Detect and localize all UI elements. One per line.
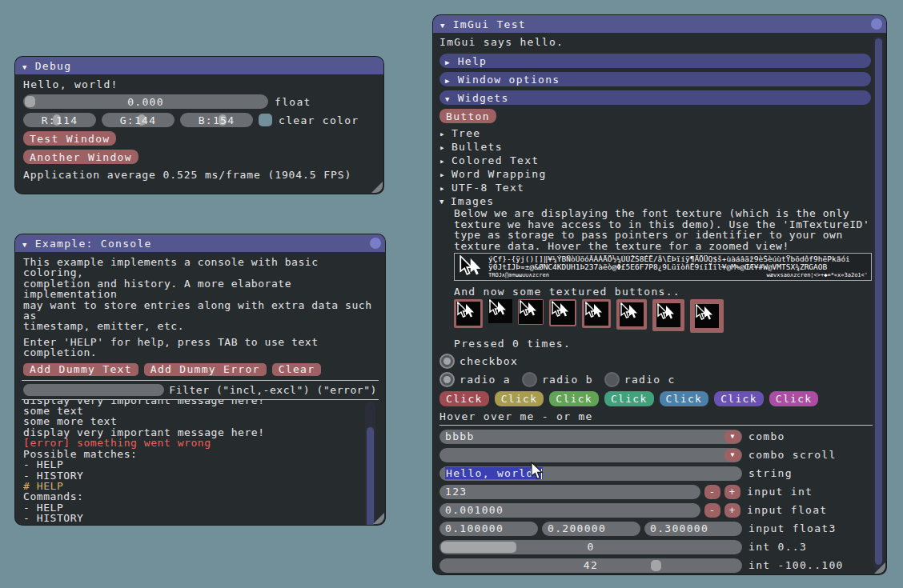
chevron-down-icon bbox=[445, 92, 451, 104]
header-label: Help bbox=[458, 55, 488, 67]
rgb-slider-b[interactable]: B:154 bbox=[180, 113, 253, 127]
console-titlebar[interactable]: Example: Console bbox=[15, 234, 385, 252]
float3-input-x[interactable]: 0.100000 bbox=[439, 522, 538, 536]
collapse-icon[interactable] bbox=[22, 60, 28, 72]
close-button[interactable] bbox=[871, 18, 882, 30]
log-scrollbar-thumb[interactable] bbox=[367, 427, 374, 526]
tree-node-tree[interactable]: Tree bbox=[439, 126, 870, 140]
font-texture-image[interactable]: ýÇf}-{ÿj()[]‖¥¼ÝBÑòÙõóÂÀÁÄÖ½¼ÙÚŽŠ8ÉË/å\È… bbox=[454, 253, 872, 281]
tree-node-bullets[interactable]: Bullets bbox=[439, 140, 870, 154]
click-button-4[interactable]: Click bbox=[660, 391, 709, 406]
chevron-right-icon bbox=[439, 141, 446, 153]
decrement-button[interactable]: - bbox=[704, 485, 720, 499]
checkbox[interactable] bbox=[439, 354, 455, 369]
tree-label: Colored Text bbox=[451, 154, 540, 166]
string-input-label: string bbox=[748, 467, 793, 479]
console-intro: This example implements a console with b… bbox=[23, 257, 377, 332]
test-titlebar[interactable]: ImGui Test bbox=[433, 15, 886, 33]
cursor-pair-icon bbox=[656, 303, 677, 322]
tree-node-utf-8-text[interactable]: UTF-8 Text bbox=[439, 181, 870, 194]
tree-node-colored-text[interactable]: Colored Text bbox=[439, 154, 870, 167]
chevron-down-icon bbox=[439, 198, 445, 206]
int-input[interactable]: 123 bbox=[439, 485, 700, 499]
cursor-pair-icon bbox=[551, 301, 572, 320]
collapse-icon[interactable] bbox=[22, 238, 28, 250]
log-line: Possible matches: bbox=[23, 449, 377, 459]
add-dummy-text-button[interactable]: Add Dummy Text bbox=[23, 363, 138, 376]
click-button-5[interactable]: Click bbox=[714, 391, 764, 406]
header-label: Window options bbox=[458, 74, 560, 86]
hover-label: Hover over me - or me bbox=[439, 411, 870, 422]
int-input-value: 123 bbox=[445, 486, 467, 498]
debug-window: Debug Hello, world! 0.000 float R:114G:1… bbox=[14, 56, 384, 194]
click-button-1[interactable]: Click bbox=[495, 391, 544, 406]
increment-button[interactable]: + bbox=[724, 485, 740, 499]
images-description-line: Below we are displaying the font texture… bbox=[454, 208, 870, 218]
combo-box[interactable]: bbbb bbox=[439, 430, 742, 444]
collapse-icon[interactable] bbox=[440, 18, 446, 30]
log-scrollbar[interactable] bbox=[365, 402, 375, 526]
cursor-pair-icon bbox=[519, 300, 540, 319]
window-scrollbar-thumb[interactable] bbox=[875, 38, 882, 565]
textured-image-button[interactable] bbox=[454, 299, 483, 328]
textured-image-button[interactable] bbox=[518, 299, 544, 325]
radio-button[interactable] bbox=[604, 372, 620, 387]
header-widgets[interactable]: Widgets bbox=[439, 90, 871, 105]
log-line: # HELP bbox=[23, 481, 377, 491]
header-help[interactable]: Help bbox=[439, 54, 871, 68]
images-description-line: type as storage to pass pointers or iden… bbox=[454, 230, 870, 240]
clear-button[interactable]: Clear bbox=[272, 363, 322, 376]
textured-image-button[interactable] bbox=[549, 299, 576, 326]
combo-arrow-button[interactable] bbox=[724, 449, 741, 462]
slider-value: 0 bbox=[587, 541, 594, 553]
slider-grab[interactable] bbox=[441, 542, 516, 553]
textured-image-button[interactable] bbox=[488, 299, 512, 323]
console-log[interactable]: display very important message here!some… bbox=[23, 400, 377, 526]
rgb-slider-r[interactable]: R:114 bbox=[23, 113, 96, 127]
click-button-0[interactable]: Click bbox=[439, 391, 489, 406]
string-input[interactable]: Hello, world! bbox=[439, 466, 742, 481]
slider-value: R:114 bbox=[42, 114, 78, 126]
header-label: Widgets bbox=[458, 92, 509, 104]
cursor-texture-image bbox=[656, 303, 680, 327]
close-button[interactable] bbox=[370, 238, 381, 249]
float-slider[interactable]: 0.000 bbox=[23, 94, 268, 109]
combo-scroll-box[interactable] bbox=[439, 448, 742, 462]
button-widget[interactable]: Button bbox=[439, 109, 496, 123]
header-window-options[interactable]: Window options bbox=[439, 72, 871, 86]
click-button-2[interactable]: Click bbox=[549, 391, 599, 406]
tree-node-images[interactable]: Images bbox=[439, 194, 870, 208]
add-dummy-error-button[interactable]: Add Dummy Error bbox=[144, 363, 267, 376]
float3-input-z[interactable]: 0.300000 bbox=[644, 522, 742, 536]
another-window-button[interactable]: Another Window bbox=[23, 150, 138, 164]
click-button-6[interactable]: Click bbox=[769, 391, 819, 406]
float-input[interactable]: 0.001000 bbox=[439, 503, 700, 518]
log-line: Commands: bbox=[23, 491, 377, 502]
tree-label: Tree bbox=[451, 127, 481, 139]
textured-image-button[interactable] bbox=[652, 299, 684, 331]
imgui-test-window: ImGui Test ImGui says hello. Help Window… bbox=[432, 14, 887, 575]
int-slider-100[interactable]: 42 bbox=[439, 558, 742, 573]
combo-arrow-button[interactable] bbox=[724, 430, 741, 443]
slider-grab[interactable] bbox=[25, 96, 35, 107]
rgb-slider-g[interactable]: G:144 bbox=[102, 113, 175, 127]
textured-image-button[interactable] bbox=[690, 299, 724, 333]
slider-grab[interactable] bbox=[651, 560, 661, 571]
radio-button[interactable] bbox=[439, 372, 455, 387]
increment-button[interactable]: + bbox=[724, 503, 740, 518]
float3-input-y[interactable]: 0.200000 bbox=[542, 522, 640, 536]
chevron-right-icon bbox=[445, 55, 451, 67]
textured-image-button[interactable] bbox=[582, 299, 611, 328]
chevron-right-icon bbox=[439, 154, 446, 166]
int-slider-0-3[interactable]: 0 bbox=[439, 540, 742, 554]
window-scrollbar[interactable] bbox=[873, 36, 884, 570]
click-button-3[interactable]: Click bbox=[604, 391, 654, 406]
tree-node-word-wrapping[interactable]: Word Wrapping bbox=[439, 167, 870, 181]
textured-image-button[interactable] bbox=[616, 299, 647, 330]
selected-text: Hello, world! bbox=[445, 467, 543, 479]
filter-input[interactable] bbox=[23, 384, 164, 396]
radio-button[interactable] bbox=[522, 372, 537, 387]
debug-titlebar[interactable]: Debug bbox=[15, 57, 383, 74]
decrement-button[interactable]: - bbox=[704, 503, 720, 518]
test-window-button[interactable]: Test Window bbox=[23, 131, 116, 146]
